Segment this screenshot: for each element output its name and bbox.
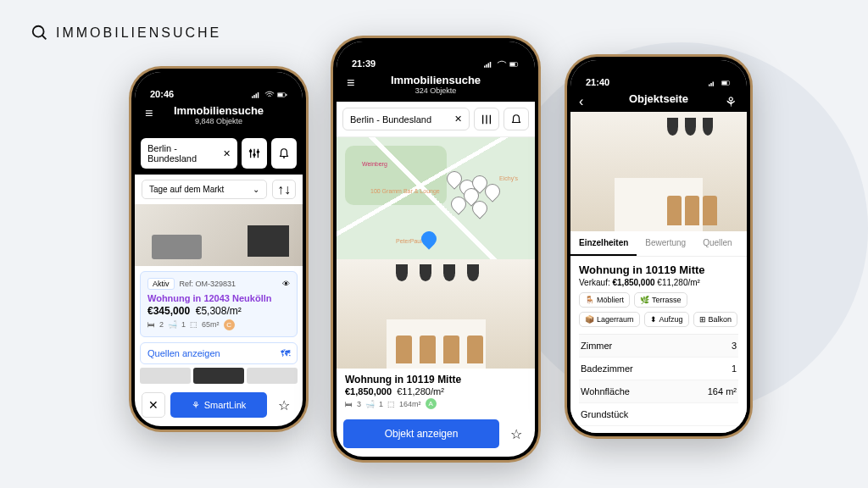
filter-button[interactable] — [474, 108, 499, 130]
svg-point-0 — [33, 26, 44, 37]
chip-terrace: 🌿 Terrasse — [634, 292, 687, 308]
phone-detail-view: 21:40 ‹ Objektseite ⚘ Einzelheiten Bewer… — [565, 54, 753, 439]
listing-summary: Wohnung in 10119 Mitte €1,850,000 €11,28… — [337, 369, 535, 414]
tab-details[interactable]: Einzelheiten — [570, 231, 637, 256]
favorite-button[interactable]: ☆ — [272, 392, 296, 418]
search-icon — [31, 24, 49, 42]
detail-section: Wohnung in 10119 Mitte Verkauf: €1,850,0… — [570, 257, 747, 433]
svg-rect-26 — [713, 82, 715, 86]
sliders-icon — [481, 114, 492, 125]
search-input[interactable]: Berlin - Bundesland ✕ — [342, 108, 470, 130]
svg-rect-4 — [256, 94, 258, 98]
listing-title: Wohnung in 10119 Mitte — [345, 374, 526, 385]
days-on-market-select[interactable]: Tage auf dem Markt ⌄ — [142, 180, 267, 199]
bottom-bar: Objekt anzeigen ☆ — [337, 414, 535, 457]
svg-point-13 — [253, 153, 256, 156]
status-indicators — [709, 79, 732, 87]
map-poi: PeterPaul — [396, 238, 422, 244]
property-facts: Zimmer3 Badezimmer1 Wohnfläche164 m² Gru… — [579, 334, 738, 426]
bell-icon — [278, 147, 290, 159]
bottom-bar: ✕ ⚘ SmartLink ☆ — [135, 387, 303, 426]
filter-label: Tage auf dem Markt — [149, 185, 224, 194]
battery-icon — [721, 79, 732, 87]
share-icon: ⚘ — [192, 400, 200, 411]
view-property-button[interactable]: Objekt anzeigen — [343, 419, 499, 448]
svg-rect-25 — [710, 83, 712, 86]
feature-chips: 🪑 Möbliert 🌿 Terrasse 📦 Lagerraum ⬍ Aufz… — [579, 292, 738, 327]
detail-tabs: Einzelheiten Bewertung Quellen G — [570, 231, 747, 257]
bath-icon: 🛁 — [168, 320, 177, 329]
chip-balcony: ⊞ Balkon — [693, 312, 738, 327]
chip-storage: 📦 Lagerraum — [579, 312, 640, 327]
thumbnail-strip[interactable] — [135, 364, 303, 387]
close-button[interactable]: ✕ — [142, 392, 165, 418]
map-view[interactable]: Weinberg 100 Gramm Bar & Lounge Eichy's … — [337, 137, 535, 259]
share-icon[interactable]: ⚘ — [725, 94, 737, 110]
status-indicators — [252, 91, 287, 99]
back-icon[interactable]: ‹ — [579, 94, 583, 109]
energy-badge: C — [224, 319, 235, 330]
favorite-button[interactable]: ☆ — [504, 421, 528, 446]
chip-furnished: 🪑 Möbliert — [579, 292, 630, 308]
map-poi: Eichy's — [499, 175, 518, 181]
brand-logo: IMMOBILIENSUCHE — [31, 24, 221, 42]
wifi-icon — [497, 60, 507, 69]
search-value: Berlin - Bundesland — [147, 143, 223, 164]
svg-rect-2 — [252, 97, 253, 98]
svg-rect-28 — [722, 81, 727, 85]
tab-sources[interactable]: Quellen — [694, 231, 740, 256]
header-title: Immobiliensuche — [135, 104, 303, 117]
fact-row: Grundstück — [579, 403, 738, 426]
area-icon: ⬚ — [387, 400, 395, 408]
svg-point-14 — [257, 151, 259, 153]
alerts-button[interactable] — [271, 138, 297, 169]
listing-price: €345,000 €5,308/m² — [147, 305, 290, 317]
bath-icon: 🛁 — [365, 400, 375, 408]
svg-rect-7 — [278, 93, 283, 97]
listing-photo[interactable] — [337, 259, 535, 369]
bed-icon: 🛏 — [147, 320, 155, 329]
listing-card[interactable]: Aktiv Ref: OM-329831 👁 Wohnung in 12043 … — [140, 271, 298, 337]
search-bar: Berlin - Bundesland ✕ — [135, 132, 303, 175]
smartlink-button[interactable]: ⚘ SmartLink — [170, 392, 267, 418]
chip-elevator: ⬍ Aufzug — [644, 312, 689, 327]
eye-icon[interactable]: 👁 — [282, 280, 290, 288]
map-poi: 100 Gramm Bar & Lounge — [370, 188, 440, 194]
clear-icon[interactable]: ✕ — [223, 148, 231, 159]
show-sources-button[interactable]: Quellen anzeigen 🗺 — [140, 342, 298, 364]
bed-icon: 🛏 — [345, 400, 353, 408]
status-time: 21:39 — [352, 58, 376, 69]
listing-photo[interactable] — [135, 204, 303, 266]
search-input[interactable]: Berlin - Bundesland ✕ — [141, 138, 237, 169]
phone-list-view: 20:46 ≡ Immobiliensuche 9,848 Objekte Be… — [129, 66, 309, 432]
signal-icon — [484, 60, 494, 69]
sort-button[interactable]: ↑↓ — [272, 180, 296, 199]
clear-icon[interactable]: ✕ — [454, 114, 462, 125]
svg-rect-17 — [488, 64, 490, 68]
fact-row: Wohnfläche164 m² — [579, 380, 738, 403]
tab-more[interactable]: G — [741, 231, 747, 256]
listing-attrs: 🛏2 🛁1 ⬚65m² C — [147, 319, 290, 330]
svg-line-1 — [42, 36, 47, 40]
status-badge: Aktiv — [147, 278, 175, 290]
tab-valuation[interactable]: Bewertung — [637, 231, 694, 256]
svg-rect-24 — [709, 85, 710, 86]
header-title: Immobiliensuche — [337, 74, 535, 86]
map-label: Weinberg — [362, 161, 387, 167]
filter-row: Tage auf dem Markt ⌄ ↑↓ — [135, 175, 303, 204]
svg-rect-20 — [510, 63, 515, 66]
hero-photo[interactable] — [570, 112, 747, 231]
status-indicators — [484, 60, 520, 69]
svg-rect-3 — [253, 95, 255, 98]
alerts-button[interactable] — [504, 108, 529, 130]
svg-rect-18 — [490, 62, 492, 68]
svg-rect-15 — [484, 66, 486, 68]
app-header: ≡ Immobiliensuche 324 Objekte — [337, 70, 535, 102]
fact-row: Zimmer3 — [579, 335, 738, 358]
phone-map-view: 21:39 ≡ Immobiliensuche 324 Objekte Berl… — [331, 36, 541, 463]
sliders-icon — [248, 147, 260, 159]
filter-button[interactable] — [242, 138, 267, 169]
search-value: Berlin - Bundesland — [350, 114, 431, 125]
header-subtitle: 9,848 Objekte — [135, 117, 303, 125]
signal-icon — [709, 79, 719, 87]
